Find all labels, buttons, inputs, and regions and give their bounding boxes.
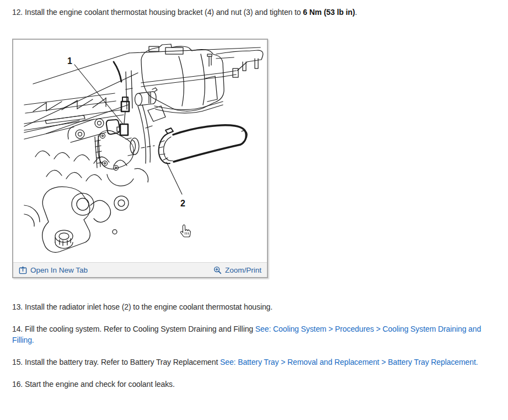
figure-panel: 1 2 Open In New Tab Zoom/Print	[12, 39, 268, 278]
step-15-see-link[interactable]: See: Battery Tray > Removal and Replacem…	[220, 358, 478, 366]
zoom-in-icon	[213, 266, 222, 274]
figure-footer: Open In New Tab Zoom/Print	[13, 262, 267, 277]
open-in-new-tab-link[interactable]: Open In New Tab	[19, 266, 88, 274]
step-13-text: 13. Install the radiator inlet hose (2) …	[12, 301, 491, 312]
open-in-new-tab-label: Open In New Tab	[30, 266, 88, 274]
step-12-suffix: .	[355, 8, 357, 17]
step-12-text: 12. Install the engine coolant thermosta…	[12, 7, 491, 18]
engine-diagram-image[interactable]: 1 2	[13, 40, 267, 262]
callout-2-label: 2	[180, 199, 185, 208]
step-16-text: 16. Start the engine and check for coola…	[12, 379, 491, 390]
step-15-text: 15. Install the battery tray. Refer to B…	[12, 357, 491, 368]
step-12-prefix: 12. Install the engine coolant thermosta…	[12, 8, 303, 17]
step-14-body: 14. Fill the cooling system. Refer to Co…	[12, 325, 255, 333]
step-12-torque-value: 6 Nm (53 lb in)	[303, 8, 355, 17]
step-15-body: 15. Install the battery tray. Refer to B…	[12, 358, 220, 366]
zoom-print-label: Zoom/Print	[225, 266, 261, 274]
open-in-new-tab-icon	[19, 266, 27, 274]
engine-line-drawing: 1 2	[13, 40, 267, 262]
zoom-print-link[interactable]: Zoom/Print	[213, 266, 261, 274]
step-14-text: 14. Fill the cooling system. Refer to Co…	[12, 323, 491, 345]
callout-1-label: 1	[67, 56, 72, 66]
